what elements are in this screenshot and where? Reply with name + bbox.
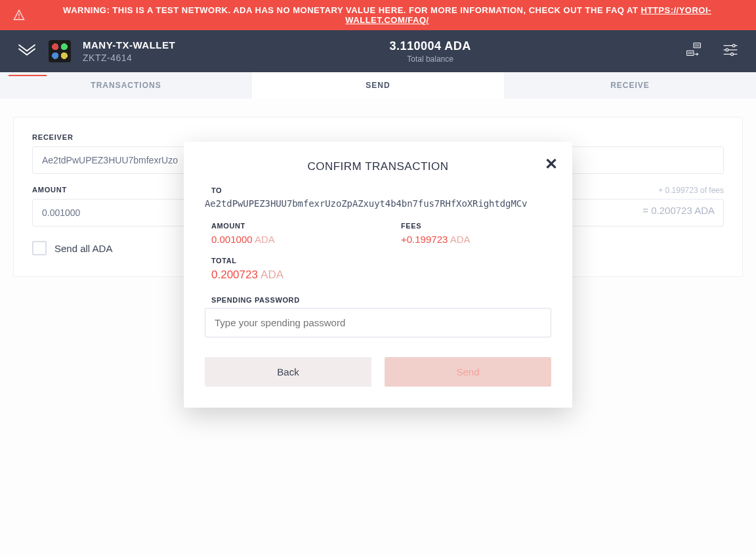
modal-to-label: TO bbox=[211, 186, 551, 194]
confirm-transaction-modal: CONFIRM TRANSACTION ✕ TO Ae2tdPwUPEZ3HUU… bbox=[184, 142, 572, 408]
send-button[interactable]: Send bbox=[385, 357, 551, 387]
modal-total-label: TOTAL bbox=[211, 257, 551, 265]
modal-password-label: SPENDING PASSWORD bbox=[211, 296, 551, 304]
spending-password-input[interactable] bbox=[205, 308, 551, 337]
modal-to-address: Ae2tdPwUPEZ3HUU7bmfexrUzoZpAZxuyt4b4bn7f… bbox=[205, 198, 551, 209]
modal-amount-value: 0.001000 ADA bbox=[211, 234, 362, 245]
modal-fees-value: +0.199723 ADA bbox=[401, 234, 551, 245]
modal-total-value: 0.200723 ADA bbox=[211, 268, 551, 282]
modal-amount-label: AMOUNT bbox=[211, 222, 362, 230]
modal-title: CONFIRM TRANSACTION bbox=[205, 160, 551, 173]
modal-fees-label: FEES bbox=[401, 222, 551, 230]
close-icon[interactable]: ✕ bbox=[545, 156, 558, 172]
modal-overlay: CONFIRM TRANSACTION ✕ TO Ae2tdPwUPEZ3HUU… bbox=[0, 0, 756, 556]
back-button[interactable]: Back bbox=[205, 357, 371, 387]
